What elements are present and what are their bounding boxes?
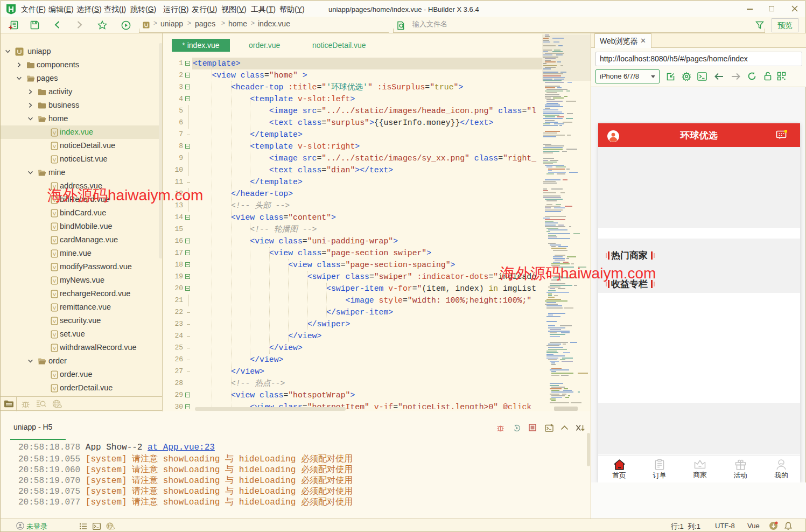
svg-text:V: V bbox=[53, 292, 56, 297]
svg-text:V: V bbox=[53, 251, 56, 257]
svg-text:V: V bbox=[53, 238, 56, 243]
svg-text:V: V bbox=[53, 278, 56, 284]
svg-text:V: V bbox=[53, 305, 56, 311]
svg-text:V: V bbox=[53, 130, 56, 136]
svg-text:V: V bbox=[53, 346, 56, 351]
svg-text:V: V bbox=[53, 157, 56, 163]
svg-text:V: V bbox=[53, 319, 56, 324]
svg-text:V: V bbox=[53, 373, 56, 378]
svg-text:V: V bbox=[53, 144, 56, 149]
svg-text:V: V bbox=[53, 332, 56, 338]
svg-text:V: V bbox=[53, 386, 56, 391]
svg-text:V: V bbox=[53, 225, 56, 230]
svg-text:V: V bbox=[53, 265, 56, 270]
svg-text:V: V bbox=[53, 211, 56, 216]
